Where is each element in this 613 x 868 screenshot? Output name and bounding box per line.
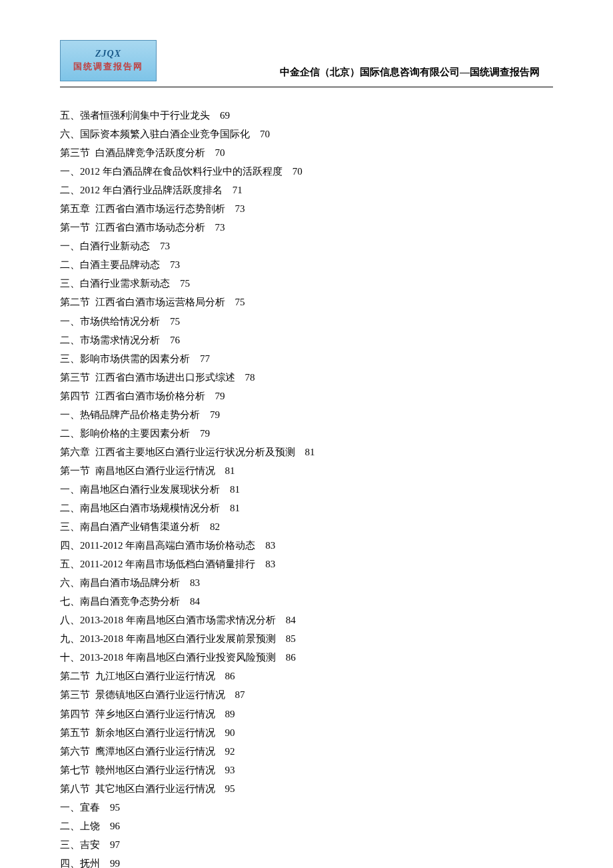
- logo-text-top: ZJQX: [95, 49, 121, 59]
- toc-item-text: 一、市场供给情况分析: [60, 316, 160, 327]
- toc-item-page: 78: [245, 372, 255, 383]
- toc-item: 第二节 九江地区白酒行业运行情况 86: [60, 667, 553, 685]
- toc-item-text: 第五章 江西省白酒市场运行态势剖析: [60, 203, 225, 214]
- toc-item: 第三节 白酒品牌竞争活跃度分析 70: [60, 143, 553, 162]
- toc-item: 一、南昌地区白酒行业发展现状分析 81: [60, 480, 553, 499]
- toc-item-text: 四、2011-2012 年南昌高端白酒市场价格动态: [60, 540, 255, 551]
- toc-item-gap: [250, 129, 260, 139]
- toc-item-text: 三、南昌白酒产业销售渠道分析: [60, 521, 200, 532]
- toc-item: 一、市场供给情况分析 75: [60, 312, 553, 331]
- toc-item-gap: [276, 652, 286, 663]
- toc-item: 五、强者恒强利润集中于行业龙头 69: [60, 106, 553, 125]
- toc-item: 第七节 赣州地区白酒行业运行情况 93: [60, 761, 553, 779]
- toc-item: 一、2012 年白酒品牌在食品饮料行业中的活跃程度 70: [60, 162, 553, 181]
- toc-item: 第二节 江西省白酒市场运营格局分析 75: [60, 293, 553, 311]
- toc-item-text: 第二节 九江地区白酒行业运行情况: [60, 671, 215, 681]
- toc-item-text: 一、2012 年白酒品牌在食品饮料行业中的活跃程度: [60, 166, 283, 177]
- toc-item-text: 一、南昌地区白酒行业发展现状分析: [60, 484, 220, 495]
- toc-item-page: 90: [225, 727, 235, 738]
- toc-item-text: 二、市场需求情况分析: [60, 335, 160, 345]
- toc-item: 三、影响市场供需的因素分析 77: [60, 349, 553, 368]
- toc-item-gap: [215, 709, 225, 719]
- document-page: ZJQX 国统调查报告网 中金企信（北京）国际信息咨询有限公司—国统调查报告网 …: [0, 0, 613, 868]
- toc-item-page: 81: [225, 465, 235, 476]
- toc-item-gap: [180, 577, 190, 588]
- toc-item: 第一节 南昌地区白酒行业运行情况 81: [60, 461, 553, 480]
- toc-item: 第六章 江西省主要地区白酒行业运行状况分析及预测 81: [60, 443, 553, 461]
- toc-item: 第三节 江西省白酒市场进出口形式综述 78: [60, 368, 553, 387]
- toc-item-gap: [100, 802, 110, 813]
- toc-item-gap: [276, 633, 286, 644]
- toc-item-page: 84: [286, 615, 296, 625]
- toc-item-page: 70: [215, 147, 225, 158]
- toc-item-text: 第三节 景德镇地区白酒行业运行情况: [60, 689, 225, 700]
- toc-item-gap: [160, 335, 170, 345]
- toc-item-page: 83: [265, 540, 275, 551]
- toc-item-text: 第八节 其它地区白酒行业运行情况: [60, 783, 215, 794]
- toc-item-page: 79: [200, 428, 210, 439]
- toc-item: 二、市场需求情况分析 76: [60, 331, 553, 349]
- toc-item: 二、南昌地区白酒市场规模情况分析 81: [60, 499, 553, 517]
- toc-item-gap: [200, 409, 210, 420]
- toc-item-page: 70: [293, 166, 303, 177]
- toc-item: 九、2013-2018 年南昌地区白酒行业发展前景预测 85: [60, 629, 553, 648]
- toc-item-text: 五、2011-2012 年南昌市场低档白酒销量排行: [60, 559, 255, 569]
- toc-item-gap: [215, 746, 225, 757]
- toc-item-gap: [220, 484, 230, 495]
- toc-item-text: 二、上饶: [60, 821, 100, 831]
- company-logo: ZJQX 国统调查报告网: [60, 40, 157, 81]
- toc-item-page: 83: [265, 559, 275, 569]
- toc-item-text: 一、白酒行业新动态: [60, 241, 150, 251]
- toc-item-page: 79: [210, 409, 220, 420]
- toc-item-text: 二、影响价格的主要因素分析: [60, 428, 190, 439]
- toc-item-gap: [276, 615, 286, 625]
- toc-item-gap: [150, 241, 160, 251]
- toc-item-gap: [295, 447, 305, 457]
- toc-item-page: 84: [190, 596, 200, 607]
- toc-item-gap: [170, 278, 180, 289]
- toc-item-text: 三、吉安: [60, 839, 100, 850]
- toc-item: 五、2011-2012 年南昌市场低档白酒销量排行 83: [60, 555, 553, 573]
- toc-item-text: 七、南昌白酒竞争态势分析: [60, 596, 180, 607]
- toc-item-text: 第二节 江西省白酒市场运营格局分析: [60, 297, 225, 307]
- toc-item-text: 第五节 新余地区白酒行业运行情况: [60, 727, 215, 738]
- toc-item: 十、2013-2018 年南昌地区白酒行业投资风险预测 86: [60, 648, 553, 667]
- toc-item-page: 82: [210, 521, 220, 532]
- toc-item-page: 86: [286, 652, 296, 663]
- toc-item-text: 一、宜春: [60, 802, 100, 813]
- toc-item-gap: [100, 839, 110, 850]
- toc-item: 二、白酒主要品牌动态 73: [60, 255, 553, 274]
- toc-item: 一、白酒行业新动态 73: [60, 237, 553, 255]
- toc-item-page: 79: [215, 391, 225, 401]
- toc-item-text: 第一节 南昌地区白酒行业运行情况: [60, 465, 215, 476]
- toc-item-gap: [283, 166, 293, 177]
- toc-item-page: 75: [235, 297, 245, 307]
- toc-item-text: 第六节 鹰潭地区白酒行业运行情况: [60, 746, 215, 757]
- toc-item-page: 73: [160, 241, 170, 251]
- toc-item-gap: [205, 222, 215, 233]
- toc-item-page: 70: [260, 129, 270, 139]
- toc-item-page: 73: [235, 203, 245, 214]
- toc-item: 第五章 江西省白酒市场运行态势剖析 73: [60, 199, 553, 218]
- toc-item-page: 85: [286, 633, 296, 644]
- toc-item-page: 83: [190, 577, 200, 588]
- toc-item-text: 第四节 萍乡地区白酒行业运行情况: [60, 709, 215, 719]
- toc-item-page: 99: [110, 858, 120, 868]
- toc-item-text: 第三节 江西省白酒市场进出口形式综述: [60, 372, 235, 383]
- toc-item: 六、国际资本频繁入驻白酒企业竞争国际化 70: [60, 125, 553, 143]
- toc-item: 第四节 江西省白酒市场价格分析 79: [60, 387, 553, 405]
- toc-item-gap: [235, 372, 245, 383]
- header-title: 中金企信（北京）国际信息咨询有限公司—国统调查报告网: [157, 66, 553, 81]
- toc-item-text: 第六章 江西省主要地区白酒行业运行状况分析及预测: [60, 447, 295, 457]
- toc-item-page: 71: [233, 185, 243, 195]
- toc-item-page: 75: [170, 316, 180, 327]
- toc-item: 二、2012 年白酒行业品牌活跃度排名 71: [60, 181, 553, 199]
- toc-item-gap: [190, 353, 200, 364]
- toc-item: 三、南昌白酒产业销售渠道分析 82: [60, 517, 553, 536]
- toc-item-page: 81: [305, 447, 315, 457]
- toc-item-gap: [220, 503, 230, 513]
- toc-item-page: 92: [225, 746, 235, 757]
- toc-item: 六、南昌白酒市场品牌分析 83: [60, 573, 553, 592]
- toc-item-text: 第四节 江西省白酒市场价格分析: [60, 391, 205, 401]
- toc-item-gap: [205, 147, 215, 158]
